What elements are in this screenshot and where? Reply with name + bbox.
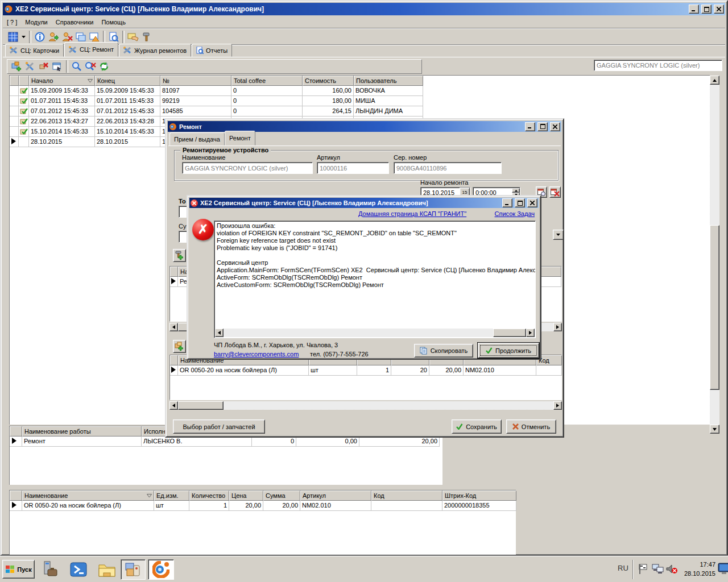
scroll-thumb[interactable] — [178, 401, 224, 410]
clock[interactable]: 17:47 28.10.2015 — [680, 560, 715, 578]
column-header-workname[interactable]: Наименование работы — [22, 426, 142, 436]
modules-grid-button[interactable] — [6, 30, 20, 44]
column-header-number[interactable]: № — [160, 76, 231, 86]
device-serial-input[interactable] — [394, 162, 502, 174]
add-record-button[interactable] — [10, 60, 23, 73]
add-work-button[interactable] — [173, 249, 186, 262]
clear-date-button[interactable] — [549, 186, 561, 198]
taskbar-app-installer[interactable] — [121, 559, 146, 580]
modules-dropdown-icon[interactable] — [20, 36, 27, 39]
device-name-input[interactable] — [182, 162, 313, 174]
tab-receive-issue[interactable]: Прием / выдача — [169, 132, 225, 146]
select-works-parts-button[interactable]: Выбор работ / запчастей — [173, 419, 265, 434]
dialog-parts-hscrollbar[interactable] — [169, 401, 562, 410]
minimize-button[interactable] — [689, 5, 699, 14]
scroll-track[interactable] — [224, 329, 493, 337]
menu-help[interactable]: Помощь — [97, 18, 130, 27]
search-button[interactable] — [70, 60, 84, 73]
minimize-button[interactable] — [525, 122, 535, 131]
save-button[interactable]: Сохранить — [452, 419, 502, 434]
table-row-current[interactable]: OR 0050-20 на носик бойлера (Л) шт 1 20,… — [10, 501, 516, 511]
table-row[interactable]: 15.09.2009 15:45:33 15.09.2009 15:45:33 … — [10, 86, 710, 96]
column-header-code[interactable]: Код — [371, 490, 442, 501]
table-row-current[interactable]: Ремонт ЛЫСЕНКО В. 0 0,00 20,00 — [10, 436, 442, 447]
scroll-track[interactable] — [224, 401, 553, 410]
installer-boxes-icon — [125, 561, 142, 578]
scroll-left-button[interactable] — [215, 329, 224, 337]
scroll-left-button[interactable] — [169, 323, 178, 331]
column-header-totalcoffee[interactable]: Total coffee — [231, 76, 303, 86]
scroll-thumb[interactable] — [493, 329, 526, 337]
close-button[interactable] — [527, 198, 537, 207]
column-header-barcode[interactable]: Штрих-Код — [442, 490, 516, 501]
quicklaunch-folder-icon[interactable] — [98, 560, 116, 579]
payment-button[interactable] — [126, 30, 140, 44]
tab-repair[interactable]: Ремонт — [225, 131, 255, 146]
column-header-start[interactable]: Начало — [29, 76, 95, 86]
table-row[interactable]: 01.07.2011 15:45:33 01.07.2011 15:45:33 … — [10, 96, 710, 106]
dropdown-button[interactable] — [553, 230, 564, 240]
tab-reports[interactable]: Отчеты — [192, 44, 232, 57]
start-button[interactable]: Пуск — [2, 560, 35, 579]
scroll-right-button[interactable] — [526, 329, 535, 337]
column-header-unit[interactable]: Ед.изм. — [154, 490, 189, 501]
minimize-button[interactable] — [502, 198, 512, 207]
continue-button[interactable]: Продолжить — [478, 343, 539, 358]
quicklaunch-devices-icon[interactable] — [41, 560, 59, 579]
user-login-button[interactable] — [47, 30, 60, 44]
vendor-email-link[interactable]: barry@clevercomponents.com — [214, 351, 299, 357]
check-icon — [20, 127, 28, 135]
scroll-down-button[interactable] — [710, 425, 719, 434]
cancel-button[interactable]: Отменить — [506, 419, 556, 434]
scroll-thumb[interactable] — [710, 225, 719, 390]
error-text-hscrollbar[interactable] — [215, 329, 535, 337]
device-filter-input[interactable] — [594, 60, 722, 71]
tab-sc-cards[interactable]: СЦ: Карточки — [5, 44, 64, 57]
info-button[interactable] — [33, 30, 47, 44]
cards-vscrollbar[interactable] — [710, 76, 719, 434]
close-button[interactable] — [714, 5, 724, 14]
scroll-left-button[interactable] — [169, 401, 178, 410]
add-part-button[interactable] — [173, 340, 186, 353]
refresh-button[interactable] — [97, 60, 111, 73]
tray-display-icon[interactable] — [718, 562, 728, 576]
language-indicator[interactable]: RU — [618, 564, 628, 572]
close-button[interactable] — [550, 122, 560, 131]
scroll-right-button[interactable] — [553, 401, 562, 410]
open-record-button[interactable] — [51, 60, 64, 73]
tray-volume-muted-icon[interactable] — [665, 563, 678, 575]
maximize-button[interactable] — [701, 5, 712, 14]
device-article-input[interactable] — [317, 162, 389, 174]
column-header-cost[interactable]: Стоимость — [303, 76, 354, 86]
taskbar-app-active[interactable] — [148, 559, 174, 580]
search-clear-button[interactable] — [84, 60, 97, 73]
home-page-link[interactable]: Домашняя страница КСАП "ГРАНИТ" — [358, 210, 466, 217]
error-text-box[interactable]: Произошла ошибка: violation of FOREIGN K… — [214, 221, 536, 338]
menu-modules[interactable]: Модули — [21, 18, 51, 27]
tab-sc-repair[interactable]: СЦ: Ремонт — [64, 42, 118, 57]
scroll-right-button[interactable] — [553, 323, 562, 331]
maximize-button[interactable] — [537, 122, 548, 131]
hammer-button[interactable] — [140, 30, 154, 44]
table-row-current[interactable]: OR 0050-20 на носик бойлера (Л) шт 1 20 … — [170, 365, 561, 376]
task-list-link[interactable]: Список Задач — [495, 210, 535, 217]
tray-network-icon[interactable] — [652, 563, 664, 575]
column-header-qty[interactable]: Количество — [189, 490, 229, 501]
maximize-button[interactable] — [515, 198, 525, 207]
tab-repair-journal[interactable]: Журнал ремонтов — [119, 44, 191, 57]
menu-help-mark[interactable]: [ ? ] — [3, 18, 21, 27]
quicklaunch-powershell-icon[interactable] — [69, 560, 88, 579]
table-row[interactable]: 07.01.2012 15:45:33 07.01.2012 15:45:33 … — [10, 106, 710, 117]
column-header-article[interactable]: Артикул — [300, 490, 371, 501]
column-header-sum[interactable]: Сумма — [263, 490, 300, 501]
column-header-name[interactable]: Наименование — [22, 490, 154, 501]
column-header-end[interactable]: Конец — [95, 76, 160, 86]
scroll-up-button[interactable] — [710, 76, 719, 85]
tray-flag-icon[interactable] — [638, 563, 650, 575]
column-header-user[interactable]: Пользователь — [354, 76, 423, 86]
column-header-price[interactable]: Цена — [229, 490, 263, 501]
delete-record-button[interactable] — [37, 60, 51, 73]
menu-directories[interactable]: Справочники — [52, 18, 98, 27]
copy-button[interactable]: Скопировать — [414, 344, 473, 357]
edit-record-button[interactable] — [23, 60, 37, 73]
